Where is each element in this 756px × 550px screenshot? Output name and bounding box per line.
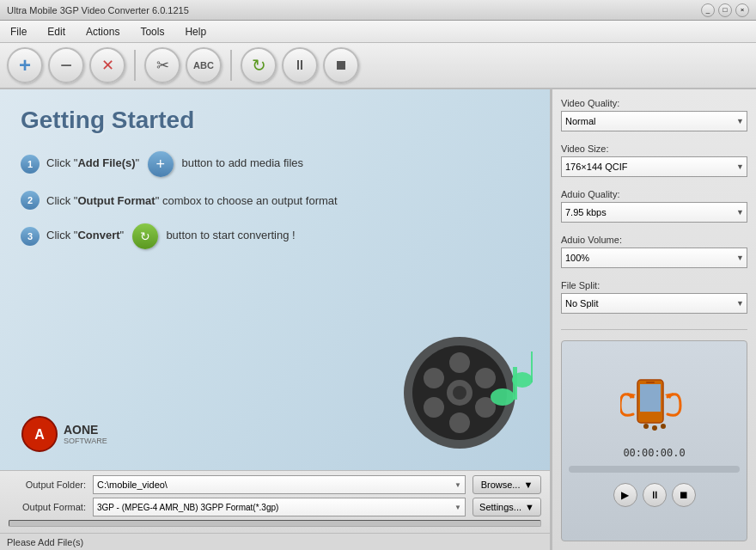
settings-label: Settings... (479, 502, 521, 512)
preview-pause-button[interactable]: ⏸ (643, 483, 667, 507)
video-quality-label: Video Quality: (561, 98, 747, 108)
step-2-text: Click "Output Format" combox to choose a… (46, 194, 338, 207)
stop-button[interactable]: ⏹ (323, 47, 359, 83)
time-display: 00:00:00.0 (623, 447, 685, 459)
output-folder-combo[interactable]: C:\mobile_video\ ▼ (93, 475, 466, 494)
step-add-icon: + (148, 151, 174, 177)
phone-icon (620, 371, 689, 440)
video-quality-group: Video Quality: Normal Low High Very High… (561, 98, 747, 131)
file-split-select-wrap: No Split Split by Size Split by Duration… (561, 293, 747, 314)
preview-seekbar[interactable] (569, 466, 740, 473)
right-panel: Video Quality: Normal Low High Very High… (552, 89, 756, 550)
step-convert-icon: ↻ (132, 223, 158, 249)
file-split-label: File Split: (561, 280, 747, 290)
video-quality-select[interactable]: Normal Low High Very High (561, 111, 747, 131)
convert-button[interactable]: ↻ (241, 47, 277, 83)
logo-name: AONE (64, 423, 107, 437)
title-bar: Ultra Mobile 3GP Video Converter 6.0.121… (0, 0, 756, 21)
svg-point-19 (643, 424, 649, 429)
right-divider (561, 329, 747, 330)
remove-button[interactable]: − (48, 47, 84, 83)
output-folder-arrow: ▼ (454, 481, 461, 489)
file-split-select[interactable]: No Split Split by Size Split by Duration (561, 293, 747, 314)
svg-text:A: A (34, 427, 45, 442)
step-2: 2 Click "Output Format" combox to choose… (21, 191, 529, 210)
cut-button[interactable]: ✂ (144, 47, 180, 83)
audio-quality-label: Aduio Quality: (561, 189, 747, 199)
minimize-button[interactable]: _ (701, 3, 715, 17)
browse-button[interactable]: Browse... ▼ (472, 475, 541, 494)
toolbar: + − ✕ ✂ ABC ↻ ⏸ ⏹ (0, 43, 756, 89)
audio-quality-select-wrap: 7.95 kbps 12.2 kbps ▼ (561, 202, 747, 223)
audio-quality-select[interactable]: 7.95 kbps 12.2 kbps (561, 202, 747, 223)
step-2-bold: Output Format (77, 194, 155, 207)
menu-edit[interactable]: Edit (44, 24, 69, 40)
logo-area: A AONE SOFTWARE (21, 415, 107, 453)
left-panel: Getting Started 1 Click "Add File(s)" + … (0, 89, 552, 550)
getting-started-title: Getting Started (21, 107, 529, 134)
step-3-number: 3 (21, 227, 40, 246)
svg-rect-13 (531, 351, 533, 382)
svg-rect-18 (646, 382, 655, 383)
output-format-label: Output Format: (9, 502, 86, 512)
svg-point-3 (449, 352, 470, 373)
audio-volume-group: Aduio Volume: 100% 75% 50% 125% ▼ (561, 235, 747, 268)
step-1: 1 Click "Add File(s)" + button to add me… (21, 151, 529, 177)
svg-rect-17 (640, 384, 661, 412)
status-text: Please Add File(s) (7, 537, 83, 547)
add-button[interactable]: + (7, 47, 43, 83)
step-3: 3 Click "Convert" ↻ button to start conv… (21, 223, 529, 249)
browse-label: Browse... (481, 480, 521, 490)
close-button[interactable]: × (735, 3, 749, 17)
step-1-number: 1 (21, 155, 40, 174)
menu-file[interactable]: File (7, 24, 30, 40)
file-split-group: File Split: No Split Split by Size Split… (561, 280, 747, 314)
preview-slider-row (562, 466, 747, 473)
preview-play-button[interactable]: ▶ (613, 483, 637, 507)
svg-point-5 (424, 368, 444, 388)
svg-point-20 (652, 425, 657, 431)
output-format-combo[interactable]: 3GP - (MPEG-4 AMR_NB) 3GPP Format(*.3gp)… (93, 498, 466, 516)
output-folder-row: Output Folder: C:\mobile_video\ ▼ Browse… (9, 475, 541, 494)
settings-arrow: ▼ (525, 502, 534, 512)
logo-sub: SOFTWARE (64, 437, 107, 445)
preview-buttons: ▶ ⏸ ⏹ (562, 480, 747, 510)
maximize-button[interactable]: □ (718, 3, 732, 17)
settings-button[interactable]: Settings... ▼ (472, 498, 541, 516)
svg-point-21 (661, 424, 666, 429)
preview-stop-button[interactable]: ⏹ (672, 483, 696, 507)
video-size-select-wrap: 176×144 QCIF 320×240 QVGA 640×480 VGA ▼ (561, 156, 747, 177)
bottom-controls: Output Folder: C:\mobile_video\ ▼ Browse… (0, 470, 550, 533)
output-folder-value: C:\mobile_video\ (97, 480, 168, 490)
video-size-select[interactable]: 176×144 QCIF 320×240 QVGA 640×480 VGA (561, 156, 747, 177)
browse-arrow: ▼ (523, 480, 533, 490)
clear-button[interactable]: ✕ (89, 47, 125, 83)
audio-quality-group: Aduio Quality: 7.95 kbps 12.2 kbps ▼ (561, 189, 747, 223)
svg-point-6 (475, 368, 496, 388)
svg-point-12 (512, 372, 533, 388)
menu-bar: File Edit Actions Tools Help (0, 21, 756, 43)
video-size-label: Video Size: (561, 144, 747, 154)
status-bar: Please Add File(s) (0, 533, 550, 550)
menu-actions[interactable]: Actions (82, 24, 123, 40)
menu-tools[interactable]: Tools (137, 24, 168, 40)
getting-started-area: Getting Started 1 Click "Add File(s)" + … (0, 89, 550, 470)
audio-volume-label: Aduio Volume: (561, 235, 747, 245)
step-3-text: Click "Convert" ↻ button to start conver… (46, 223, 296, 249)
app-title: Ultra Mobile 3GP Video Converter 6.0.121… (7, 5, 189, 15)
svg-point-7 (424, 397, 444, 418)
toolbar-separator-1 (134, 50, 136, 81)
main-layout: Getting Started 1 Click "Add File(s)" + … (0, 89, 756, 550)
preview-area: 00:00:00.0 ▶ ⏸ ⏹ (561, 340, 747, 541)
film-reel-decoration (395, 315, 533, 453)
audio-volume-select[interactable]: 100% 75% 50% 125% (561, 248, 747, 268)
step-3-bold: Convert (77, 229, 119, 241)
menu-help[interactable]: Help (181, 24, 210, 40)
pause-button[interactable]: ⏸ (282, 47, 318, 83)
output-folder-label: Output Folder: (9, 480, 86, 490)
svg-point-4 (449, 412, 470, 433)
output-format-row: Output Format: 3GP - (MPEG-4 AMR_NB) 3GP… (9, 498, 541, 516)
label-button[interactable]: ABC (186, 47, 222, 83)
step-1-text: Click "Add File(s)" + button to add medi… (46, 151, 303, 177)
window-controls: _ □ × (701, 3, 749, 17)
